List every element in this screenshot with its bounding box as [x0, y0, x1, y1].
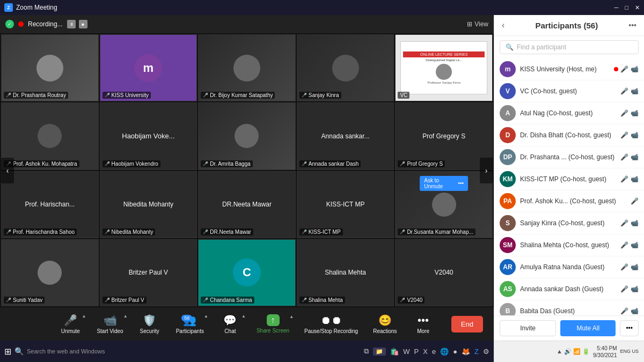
- participant-controls: 🎤 📹: [620, 131, 639, 139]
- video-cell-20: V2040 🎤 V2040: [395, 239, 493, 306]
- maximize-btn[interactable]: □: [625, 4, 628, 11]
- participant-list: m KISS University (Host, me) 🎤 📹 V VC (C…: [494, 58, 644, 315]
- participant-item-name: Atul Nag (Co-host, guest): [520, 109, 616, 117]
- zoom-taskbar-icon[interactable]: Z: [474, 348, 479, 356]
- share-caret[interactable]: ▲: [289, 314, 294, 319]
- chrome-icon[interactable]: ●: [453, 348, 457, 356]
- mic-icon-13: 🎤: [203, 229, 208, 234]
- participant-item-name: Babita Das (Guest): [520, 307, 616, 315]
- video-icon-panel: 📹: [631, 153, 639, 161]
- search-bar[interactable]: 🔍 Find a participant: [500, 40, 639, 54]
- view-button[interactable]: ⊞ View: [467, 20, 488, 28]
- list-item: AR Amulya Ratna Nanda (Guest) 🎤 📹: [494, 256, 644, 278]
- participants-icon: 👥 56: [183, 314, 196, 327]
- chat-button[interactable]: 💬 Chat ▲: [211, 311, 249, 337]
- taskbar-search-text[interactable]: Search the web and Windows: [27, 348, 105, 354]
- pause-recording-icon: ⏺⏺: [320, 314, 342, 327]
- pause-stop-recording-button[interactable]: ⏺⏺ Pause/Stop Recording: [297, 311, 365, 337]
- mic-off-icon-panel: 🎤: [620, 285, 628, 293]
- end-button[interactable]: End: [451, 316, 483, 333]
- participants-caret[interactable]: ▲: [204, 314, 208, 319]
- video-cell-7: Haobijam Voke... 🎤 Haobijam Vokendro: [100, 102, 197, 169]
- mic-icon-2: 🎤: [105, 93, 110, 98]
- list-item: D Dr. Disha Bhatt (Co-host, guest) 🎤 📹: [494, 124, 644, 146]
- word-icon[interactable]: W: [403, 348, 409, 356]
- next-page-btn[interactable]: ›: [480, 158, 493, 183]
- list-item: PA Prof. Ashok Ku... (Co-host, guest) 🎤: [494, 190, 644, 212]
- mic-icon-4: 🎤: [302, 93, 307, 98]
- mic-icon-18: 🎤: [203, 298, 208, 303]
- windows-start-icon[interactable]: ⊞: [4, 346, 11, 357]
- share-screen-button[interactable]: ↑ Share Screen ▲: [249, 311, 297, 337]
- avatar: AS: [500, 281, 516, 297]
- security-button[interactable]: 🛡️ Security: [131, 311, 169, 337]
- pause-recording-btn[interactable]: ⏸: [67, 20, 76, 28]
- unmute-caret[interactable]: ▲: [82, 314, 86, 319]
- video-caret[interactable]: ▲: [123, 314, 128, 319]
- avatar: S: [500, 215, 516, 231]
- participants-button[interactable]: 👥 56 Participants ▲: [169, 311, 211, 337]
- video-off-icon-panel: 📹: [631, 285, 639, 293]
- mute-all-button[interactable]: Mute All: [560, 320, 616, 336]
- mic-icon-panel: 🎤: [620, 87, 628, 95]
- recording-controls[interactable]: ⏸ ■: [67, 20, 87, 28]
- mic-icon-10: 🎤: [400, 161, 405, 166]
- mic-icon-19: 🎤: [302, 298, 307, 303]
- video-grid: ‹ › 1/3 1/3 🎤 Dr. Prashanta Routray m: [0, 33, 494, 307]
- taskview-icon[interactable]: ⧉: [364, 347, 369, 356]
- more-button[interactable]: ••• More: [405, 311, 442, 337]
- list-item: B Babita Das (Guest) 🎤 📹: [494, 300, 644, 315]
- participant-controls: 🎤 📹: [620, 263, 639, 271]
- ask-to-unmute-btn[interactable]: Ask to Unmute •••: [420, 176, 468, 191]
- close-btn[interactable]: ✕: [635, 4, 640, 11]
- list-item: V VC (Co-host, guest) 🎤 📹: [494, 80, 644, 102]
- participants-label: Participants: [176, 328, 204, 334]
- mic-icon-8: 🎤: [203, 161, 208, 166]
- mic-icon-panel: 🎤: [620, 153, 628, 161]
- more-options-icon[interactable]: •••: [458, 180, 464, 186]
- unmute-button[interactable]: 🎤 Unmute ▲: [52, 311, 89, 337]
- share-screen-icon: ↑: [267, 314, 280, 326]
- minimize-btn[interactable]: ─: [614, 4, 619, 11]
- more-icon: •••: [418, 314, 429, 327]
- start-video-button[interactable]: 📹 Start Video ▲: [89, 311, 130, 337]
- title-bar-text: Zoom Meeting: [16, 4, 57, 11]
- explorer-icon[interactable]: 📁: [373, 348, 386, 356]
- mic-icon-12: 🎤: [105, 229, 110, 234]
- excel-icon[interactable]: X: [423, 348, 428, 356]
- stop-recording-btn[interactable]: ■: [79, 20, 87, 28]
- mic-off-icon-panel: 🎤: [620, 175, 628, 183]
- participant-name-15: 🎤 Dr.Susanta Kumar Mohap...: [398, 228, 475, 235]
- panel-more-button[interactable]: •••: [620, 320, 639, 336]
- ie-icon[interactable]: e: [432, 348, 436, 356]
- list-item: S Sanjay Kinra (Co-host, guest) 🎤 📹: [494, 212, 644, 234]
- chat-label: Chat: [224, 328, 236, 334]
- clock-display: 5:40 PM 9/30/2021: [593, 345, 617, 359]
- participant-item-name: Dr. Disha Bhatt (Co-host, guest): [520, 131, 616, 139]
- powerpoint-icon[interactable]: P: [414, 348, 419, 356]
- pause-stop-label: Pause/Stop Recording: [304, 328, 358, 334]
- mic-off-icon: 🎤: [6, 93, 11, 98]
- participant-name-4: 🎤 Sanjay Kinra: [299, 92, 341, 99]
- avatar: PA: [500, 193, 516, 209]
- firefox-icon[interactable]: 🦊: [462, 348, 470, 356]
- chat-caret[interactable]: ▲: [241, 314, 246, 319]
- list-item: KM KISS-ICT MP (Co-host, guest) 🎤 📹: [494, 168, 644, 190]
- reactions-button[interactable]: 😊 Reactions: [365, 311, 404, 337]
- title-bar: Z Zoom Meeting ─ □ ✕: [0, 0, 644, 15]
- participant-controls: 🎤 📹: [620, 87, 639, 95]
- participant-item-name: Amulya Ratna Nanda (Guest): [520, 263, 616, 271]
- app2-icon[interactable]: ⚙: [483, 348, 489, 356]
- panel-collapse-btn[interactable]: ‹: [502, 20, 504, 30]
- prev-page-btn[interactable]: ‹: [1, 158, 14, 183]
- video-cell-18: C 🎤 Chandana Sarma: [198, 239, 296, 306]
- store-icon[interactable]: 🛍️: [390, 348, 399, 356]
- mic-off-icon-panel: 🎤: [620, 307, 628, 315]
- panel-title: Participants (56): [535, 21, 598, 30]
- invite-button[interactable]: Invite: [500, 320, 556, 336]
- video-area: ✓ Recording... ⏸ ■ ⊞ View ‹ › 1/3 1/3: [0, 15, 494, 362]
- participant-name-10: 🎤 Prof Gregory S: [398, 160, 445, 167]
- panel-more-icon[interactable]: •••: [628, 21, 636, 29]
- edge-icon[interactable]: 🌐: [440, 348, 449, 356]
- window-controls[interactable]: ─ □ ✕: [614, 4, 640, 11]
